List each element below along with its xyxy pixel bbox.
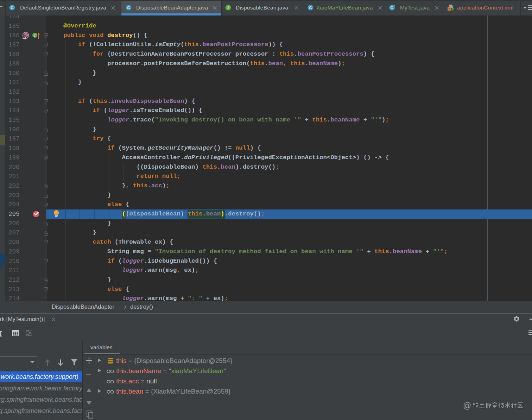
svg-text:@: @ [463, 401, 471, 410]
svg-text:<: < [448, 7, 450, 11]
svg-text:C: C [127, 6, 130, 10]
svg-text:C: C [390, 6, 393, 10]
svg-text:m: m [24, 33, 27, 37]
svg-text:I: I [227, 5, 229, 10]
svg-text:C: C [11, 6, 13, 10]
svg-text:C: C [309, 6, 312, 10]
